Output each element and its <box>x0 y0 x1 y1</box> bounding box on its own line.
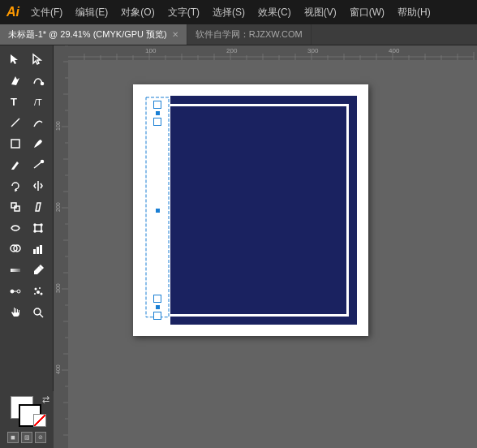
center-handle-mid[interactable] <box>155 208 161 213</box>
svg-text:200: 200 <box>226 47 238 54</box>
tool-row-2 <box>0 70 53 91</box>
main-area: T /T <box>0 45 477 448</box>
svg-point-22 <box>11 290 14 293</box>
menu-object[interactable]: 对象(O) <box>114 4 161 21</box>
menu-file[interactable]: 文件(F) <box>24 4 69 21</box>
svg-point-27 <box>37 291 40 294</box>
blend-tool[interactable] <box>4 281 27 302</box>
color-mode-icon[interactable]: ◼ <box>7 432 19 443</box>
handle-bottom-left[interactable] <box>153 312 161 320</box>
red-slash-icon <box>34 415 45 426</box>
vertical-type-tool[interactable]: /T <box>27 91 49 112</box>
tool-row-6 <box>0 154 53 175</box>
svg-rect-63 <box>54 45 68 448</box>
arc-tool[interactable] <box>27 112 49 133</box>
ruler-top: 100 200 300 400 <box>68 45 477 60</box>
tab-document[interactable]: 未标题-1* @ 29.41% (CMYK/GPU 预览) ✕ <box>0 24 187 45</box>
gradient-tool[interactable] <box>4 260 27 281</box>
tool-row-5 <box>0 133 53 154</box>
top-handles <box>144 97 170 126</box>
svg-point-30 <box>34 308 41 315</box>
handle-top-left[interactable] <box>153 101 161 109</box>
pen-tool[interactable] <box>4 70 27 91</box>
menu-effect[interactable]: 效果(C) <box>251 4 298 21</box>
svg-point-14 <box>34 230 36 232</box>
center-handle-bottom[interactable] <box>155 304 161 310</box>
paintbrush-tool[interactable] <box>27 133 49 154</box>
free-transform-tool[interactable] <box>27 218 49 239</box>
svg-text:200: 200 <box>55 202 61 212</box>
title-bar: Ai 文件(F) 编辑(E) 对象(O) 文字(T) 选择(S) 效果(C) 视… <box>0 0 477 24</box>
line-tool[interactable] <box>4 112 27 133</box>
svg-text:T: T <box>11 96 17 108</box>
svg-marker-1 <box>33 54 41 64</box>
svg-rect-18 <box>33 249 36 254</box>
svg-text:100: 100 <box>145 47 157 54</box>
menu-view[interactable]: 视图(V) <box>298 4 343 21</box>
svg-rect-21 <box>11 269 20 272</box>
color-swatches: ⇄ <box>11 396 43 429</box>
svg-rect-19 <box>37 247 39 254</box>
smooth-tool[interactable] <box>27 154 49 175</box>
svg-text:400: 400 <box>389 47 400 54</box>
canvas-area: 100 200 300 400 <box>54 45 477 448</box>
svg-point-12 <box>34 224 36 226</box>
svg-rect-32 <box>68 45 477 60</box>
svg-line-5 <box>11 118 19 127</box>
rotate-tool[interactable] <box>4 175 27 196</box>
scale-tool[interactable] <box>4 196 27 218</box>
symbol-tool[interactable] <box>27 281 49 302</box>
tool-row-8 <box>0 196 53 218</box>
handle-mid-bottom[interactable] <box>153 295 161 303</box>
type-tool[interactable]: T <box>4 91 27 112</box>
zoom-tool[interactable] <box>27 302 49 323</box>
none-mode-icon[interactable]: ⊘ <box>35 432 46 443</box>
tab-document-label: 未标题-1* @ 29.41% (CMYK/GPU 预览) <box>8 28 167 41</box>
warp-tool[interactable] <box>4 218 27 239</box>
tab-close-button[interactable]: ✕ <box>172 30 178 39</box>
menu-help[interactable]: 帮助(H) <box>391 4 437 21</box>
reflect-tool[interactable] <box>27 175 49 196</box>
tool-row-4 <box>0 112 53 133</box>
tab-website-label: 软件自学网：RJZXW.COM <box>196 28 303 41</box>
svg-point-29 <box>40 293 42 295</box>
svg-text:400: 400 <box>55 364 61 374</box>
tab-website[interactable]: 软件自学网：RJZXW.COM <box>187 24 312 45</box>
stroke-swatch[interactable] <box>19 404 41 427</box>
selection-tool[interactable] <box>4 49 27 70</box>
ai-logo: Ai <box>6 5 19 19</box>
svg-rect-10 <box>15 206 19 211</box>
pencil-tool[interactable] <box>4 154 27 175</box>
svg-rect-6 <box>11 140 19 148</box>
handle-mid-top[interactable] <box>153 118 161 126</box>
curvature-tool[interactable] <box>27 70 49 91</box>
middle-handles <box>144 208 170 213</box>
graph-tool[interactable] <box>27 239 49 260</box>
shear-tool[interactable] <box>27 196 49 218</box>
menu-text[interactable]: 文字(T) <box>161 4 206 21</box>
eyedropper-tool[interactable] <box>27 260 49 281</box>
toolbar: T /T <box>0 45 54 448</box>
svg-text:300: 300 <box>55 283 61 293</box>
canvas-viewport[interactable] <box>68 60 477 448</box>
tool-row-1 <box>0 49 53 70</box>
rect-tool[interactable] <box>4 133 27 154</box>
gradient-mode-icon[interactable]: ▨ <box>21 432 32 443</box>
inner-border <box>153 104 349 317</box>
svg-point-13 <box>41 224 42 226</box>
color-mode-icons: ◼ ▨ ⊘ <box>7 432 46 443</box>
svg-point-7 <box>41 161 43 163</box>
shape-builder-tool[interactable] <box>4 239 27 260</box>
swap-colors-icon[interactable]: ⇄ <box>42 394 49 405</box>
menu-bar: 文件(F) 编辑(E) 对象(O) 文字(T) 选择(S) 效果(C) 视图(V… <box>24 4 471 21</box>
navy-square <box>144 96 357 325</box>
menu-window[interactable]: 窗口(W) <box>343 4 391 21</box>
center-handle-top[interactable] <box>155 110 161 116</box>
menu-select[interactable]: 选择(S) <box>206 4 251 21</box>
menu-edit[interactable]: 编辑(E) <box>69 4 114 21</box>
direct-selection-tool[interactable] <box>27 49 49 70</box>
svg-rect-20 <box>40 245 42 254</box>
svg-point-28 <box>34 293 36 295</box>
hand-tool[interactable] <box>4 302 27 323</box>
tool-row-3: T /T <box>0 91 53 112</box>
